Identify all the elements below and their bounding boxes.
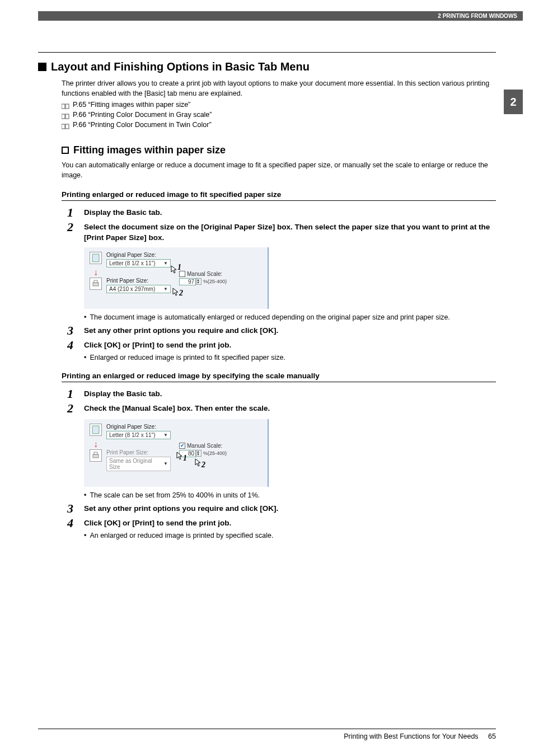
- step-note: The document image is automatically enla…: [90, 313, 449, 321]
- step-note: An enlarged or reduced image is printed …: [90, 532, 273, 539]
- svg-rect-6: [92, 254, 99, 262]
- down-arrow-icon: ↓: [90, 267, 102, 278]
- intro-text: The printer driver allows you to create …: [62, 79, 496, 98]
- callout-number: 2: [179, 289, 183, 298]
- footer-text: Printing with Best Functions for Your Ne…: [344, 732, 478, 740]
- scale-range-label: %(25-400): [203, 450, 227, 456]
- h1-bullet-icon: [38, 63, 46, 71]
- bullet-icon: •: [84, 354, 86, 361]
- book-icon: [62, 112, 69, 118]
- step-text: Set any other print options you require …: [84, 325, 496, 337]
- page-icon: [90, 424, 102, 436]
- book-icon: [62, 102, 69, 107]
- original-size-select[interactable]: Letter (8 1/2 x 11")▼: [106, 431, 171, 439]
- bullet-icon: •: [84, 313, 86, 321]
- cursor-icon: 1: [171, 265, 179, 276]
- step-text: Click [OK] or [Print] to send the print …: [84, 339, 496, 351]
- original-size-label: Original Paper Size:: [106, 252, 262, 258]
- section-heading: Fitting images within paper size: [73, 144, 226, 156]
- step-number: 2: [67, 221, 84, 242]
- xref-link[interactable]: P.66 “Printing Color Document in Gray sc…: [62, 110, 496, 120]
- down-arrow-icon: ↓: [90, 439, 102, 449]
- svg-rect-2: [62, 114, 65, 119]
- screenshot-b: Original Paper Size: Letter (8 1/2 x 11"…: [84, 419, 496, 487]
- svg-rect-7: [93, 283, 99, 286]
- step-text: Click [OK] or [Print] to send the print …: [84, 517, 496, 529]
- section-body: You can automatically enlarge or reduce …: [62, 161, 496, 180]
- scale-spinner[interactable]: ▲▼: [196, 450, 202, 457]
- xref-link[interactable]: P.65 “Fitting images within paper size”: [62, 100, 496, 110]
- printer-icon: [90, 278, 102, 290]
- svg-rect-8: [94, 280, 97, 283]
- svg-rect-11: [94, 452, 97, 454]
- original-size-value: Letter (8 1/2 x 11"): [109, 260, 155, 266]
- subsection-heading: Printing enlarged or reduced image to fi…: [62, 190, 496, 201]
- scale-spinner[interactable]: ▲▼: [196, 278, 202, 285]
- book-icon: [62, 122, 69, 128]
- callout-number: 1: [177, 263, 181, 272]
- svg-rect-9: [92, 426, 99, 434]
- chevron-down-icon: ▼: [163, 261, 168, 266]
- scale-value-input[interactable]: 97: [179, 278, 196, 285]
- step-number: 1: [67, 388, 84, 400]
- top-rule: [38, 52, 496, 53]
- step-text: Select the document size on the [Origina…: [84, 221, 496, 242]
- page-title: Layout and Finishing Options in Basic Ta…: [51, 60, 310, 73]
- xref-link[interactable]: P.66 “Printing Color Document in Twin Co…: [62, 120, 496, 130]
- manual-scale-label: Manual Scale:: [187, 271, 222, 277]
- step-number: 4: [67, 517, 84, 529]
- svg-rect-1: [65, 104, 69, 109]
- cursor-icon: 2: [195, 458, 203, 469]
- cursor-icon: 2: [172, 288, 180, 298]
- subsection-heading: Printing an enlarged or reduced image by…: [62, 372, 496, 382]
- manual-scale-checkbox[interactable]: ✔: [179, 443, 185, 449]
- header-breadcrumb: 2 PRINTING FROM WINDOWS: [38, 11, 523, 21]
- xref-text: P.66 “Printing Color Document in Gray sc…: [73, 110, 212, 120]
- svg-rect-10: [93, 454, 99, 458]
- chapter-tab: 2: [504, 90, 523, 114]
- svg-rect-5: [65, 124, 69, 129]
- chevron-down-icon: ▼: [163, 433, 168, 438]
- xref-text: P.66 “Printing Color Document in Twin Co…: [73, 120, 212, 130]
- svg-rect-3: [65, 114, 69, 119]
- chevron-down-icon: ▼: [163, 461, 168, 466]
- print-size-select[interactable]: A4 (210 x 297mm)▼: [106, 285, 171, 293]
- step-number: 2: [67, 402, 84, 415]
- screenshot-a: Original Paper Size: Letter (8 1/2 x 11"…: [84, 247, 496, 309]
- callout-number: 2: [202, 461, 205, 469]
- manual-scale-label: Manual Scale:: [187, 443, 222, 449]
- step-number: 4: [67, 339, 84, 351]
- cursor-icon: 1: [176, 452, 184, 462]
- xref-text: P.65 “Fitting images within paper size”: [73, 100, 190, 110]
- chevron-down-icon: ▼: [163, 287, 168, 292]
- bullet-icon: •: [84, 532, 86, 539]
- printer-icon: [90, 449, 102, 462]
- print-size-value: A4 (210 x 297mm): [109, 286, 155, 292]
- step-text: Set any other print options you require …: [84, 503, 496, 515]
- h2-bullet-icon: [62, 147, 69, 154]
- bullet-icon: •: [84, 491, 86, 499]
- svg-rect-4: [62, 124, 65, 129]
- print-size-select: Same as Original Size▼: [106, 457, 171, 471]
- scale-range-label: %(25-400): [203, 279, 227, 284]
- step-note: The scale can be set from 25% to 400% in…: [90, 491, 260, 499]
- step-text: Display the Basic tab.: [84, 388, 496, 400]
- step-text: Check the [Manual Scale] box. Then enter…: [84, 402, 496, 415]
- step-number: 1: [67, 206, 84, 219]
- step-number: 3: [67, 325, 84, 337]
- callout-number: 1: [183, 454, 187, 463]
- page-number: 65: [488, 732, 496, 740]
- svg-rect-0: [62, 104, 65, 109]
- step-number: 3: [67, 503, 84, 515]
- original-size-select[interactable]: Letter (8 1/2 x 11")▼: [106, 259, 171, 267]
- original-size-label: Original Paper Size:: [106, 424, 262, 430]
- print-size-value: Same as Original Size: [109, 458, 163, 470]
- step-text: Display the Basic tab.: [84, 206, 496, 219]
- page-icon: [90, 252, 102, 264]
- original-size-value: Letter (8 1/2 x 11"): [109, 432, 155, 438]
- step-note: Enlarged or reduced image is printed to …: [90, 354, 285, 361]
